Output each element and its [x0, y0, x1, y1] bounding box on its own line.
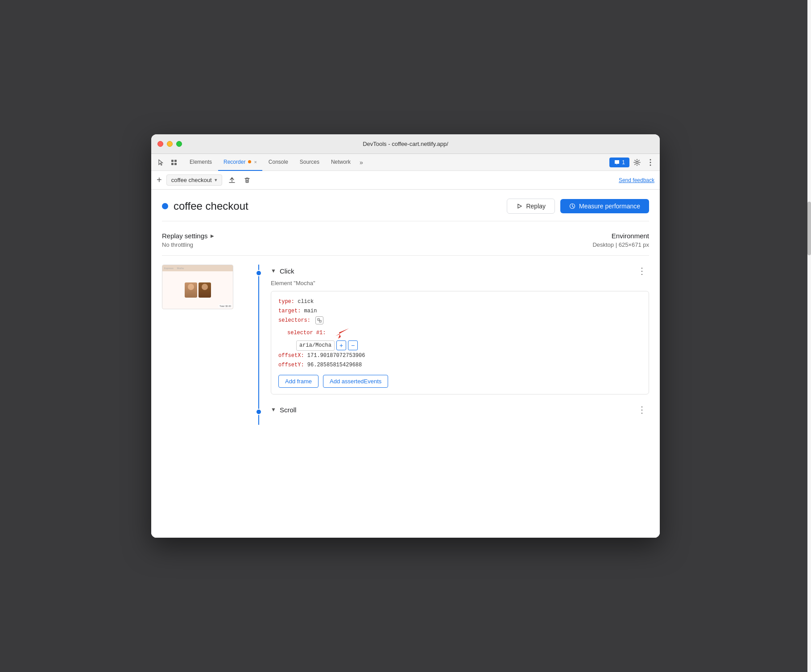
cursor-icon-btn[interactable]: [155, 157, 166, 168]
selector-value-row: aria/Mocha + −: [296, 340, 641, 351]
offsetx-val: 171.90187072753906: [304, 353, 365, 359]
code-selector-value-line: aria/Mocha + −: [278, 340, 641, 351]
step-title-area: ▼ Click: [271, 267, 294, 275]
recording-title-area: coffee checkout: [162, 200, 248, 212]
recording-name: coffee checkout: [171, 177, 212, 183]
code-selectors-line: selectors:: [278, 316, 641, 325]
layers-icon-btn[interactable]: [168, 157, 180, 168]
collapse-click-icon[interactable]: ▼: [271, 268, 276, 274]
step-dot-scroll: [256, 409, 262, 415]
svg-point-5: [650, 159, 651, 160]
recorder-close-btn[interactable]: ×: [254, 159, 257, 165]
send-feedback-link[interactable]: Send feedback: [619, 177, 654, 183]
code-target-line: target: main: [278, 307, 641, 315]
tab-bar-right: 1: [609, 157, 656, 168]
main-content: coffee checkout Replay Measu: [151, 190, 660, 538]
recording-actions: Replay Measure performance: [507, 199, 649, 214]
code-offsety-line: offsetY: 96.28585815429688: [278, 361, 641, 369]
environment-label: Environment: [592, 232, 649, 240]
toolbar-actions: [226, 174, 253, 187]
recording-title: coffee checkout: [174, 200, 248, 212]
scroll-step-menu-btn[interactable]: ⋮: [635, 403, 649, 416]
devtools-body: Elements Recorder × Console Sources Netw…: [151, 154, 660, 538]
throttling-value: No throttling: [162, 241, 214, 248]
window-title: DevTools - coffee-cart.netlify.app/: [363, 141, 448, 147]
click-step-title: Click: [280, 267, 294, 275]
environment-value: Desktop | 625×671 px: [592, 241, 649, 248]
click-step-code: type: click target: main selectors:: [271, 291, 649, 394]
more-tabs-btn[interactable]: »: [357, 159, 366, 166]
recording-selector[interactable]: coffee checkout ▾: [166, 174, 222, 186]
recording-status-dot: [162, 203, 168, 209]
step-menu-btn[interactable]: ⋮: [635, 265, 649, 277]
click-step-subtitle: Element "Mocha": [271, 280, 649, 286]
svg-point-7: [650, 164, 651, 166]
add-frame-btn[interactable]: Add frame: [278, 375, 319, 388]
code-offsetx-line: offsetX: 171.90187072753906: [278, 352, 641, 360]
step-dot-click: [256, 270, 262, 276]
settings-row: Replay settings ▶ No throttling Environm…: [162, 232, 649, 256]
settings-right: Environment Desktop | 625×671 px: [592, 232, 649, 248]
tab-elements[interactable]: Elements: [184, 154, 217, 171]
tab-network[interactable]: Network: [326, 154, 356, 171]
tab-bar-icons: [155, 157, 180, 168]
red-arrow-annotation: [331, 326, 353, 340]
tab-console[interactable]: Console: [263, 154, 294, 171]
product-mocha: [199, 282, 211, 298]
tab-recorder[interactable]: Recorder ×: [218, 154, 262, 171]
replay-settings-label: Replay settings: [162, 232, 208, 240]
maximize-button[interactable]: [176, 141, 182, 147]
tab-sources[interactable]: Sources: [294, 154, 325, 171]
click-step: ▼ Click ⋮ Element "Mocha" type: click t: [258, 265, 649, 394]
svg-rect-2: [171, 163, 174, 165]
chevron-down-icon: ▾: [215, 177, 217, 183]
steps-container: Espresso Mocha Total: $0.00: [162, 265, 649, 425]
replay-button[interactable]: Replay: [507, 199, 555, 214]
offsetx-key: offsetX:: [278, 353, 304, 359]
svg-rect-9: [318, 319, 319, 320]
expand-arrow-icon: ▶: [211, 233, 214, 238]
svg-rect-1: [174, 160, 177, 162]
more-options-btn[interactable]: [645, 157, 656, 168]
traffic-lights: [157, 141, 182, 147]
collapse-scroll-icon[interactable]: ▼: [271, 407, 276, 413]
selector-value-chip: aria/Mocha: [296, 340, 335, 351]
add-asserted-events-btn[interactable]: Add assertedEvents: [323, 375, 388, 388]
type-key: type:: [278, 299, 294, 305]
tab-bar: Elements Recorder × Console Sources Netw…: [151, 154, 660, 171]
selector-icon-btn[interactable]: [315, 316, 323, 324]
scroll-step-title: Scroll: [280, 406, 297, 414]
replay-label: Replay: [526, 203, 546, 210]
recorder-dot: [248, 160, 251, 163]
svg-rect-0: [171, 160, 174, 162]
measure-performance-label: Measure performance: [579, 203, 640, 210]
minimize-button[interactable]: [167, 141, 173, 147]
svg-rect-3: [174, 163, 177, 165]
step-header-scroll: ▼ Scroll ⋮: [271, 403, 649, 416]
measure-performance-button[interactable]: Measure performance: [560, 199, 649, 213]
toolbar: + coffee checkout ▾ Send feedba: [151, 171, 660, 190]
offsety-key: offsetY:: [278, 362, 304, 368]
export-recording-btn[interactable]: [226, 174, 238, 187]
selector-remove-btn[interactable]: −: [348, 340, 358, 350]
coffee-products: [162, 271, 233, 309]
coffee-thumbnail: Espresso Mocha Total: $0.00: [162, 265, 233, 309]
selector-add-btn[interactable]: +: [336, 340, 346, 350]
step-header-click: ▼ Click ⋮: [271, 265, 649, 277]
add-recording-btn[interactable]: +: [157, 175, 162, 185]
close-button[interactable]: [157, 141, 163, 147]
delete-recording-btn[interactable]: [241, 174, 253, 187]
svg-point-6: [650, 162, 651, 163]
chat-button[interactable]: 1: [609, 158, 629, 167]
screenshot-area: Espresso Mocha Total: $0.00: [162, 265, 251, 425]
svg-point-4: [636, 161, 638, 163]
svg-rect-10: [319, 320, 321, 322]
step-actions: Add frame Add assertedEvents: [278, 375, 641, 388]
settings-icon-btn[interactable]: [631, 157, 643, 168]
code-selector1-line: selector #1:: [278, 326, 641, 340]
target-key: target:: [278, 308, 301, 314]
target-val: main: [301, 308, 317, 314]
product-espresso: [185, 282, 197, 298]
screenshot-preview: Espresso Mocha Total: $0.00: [162, 265, 233, 309]
replay-settings-toggle[interactable]: Replay settings ▶: [162, 232, 214, 240]
